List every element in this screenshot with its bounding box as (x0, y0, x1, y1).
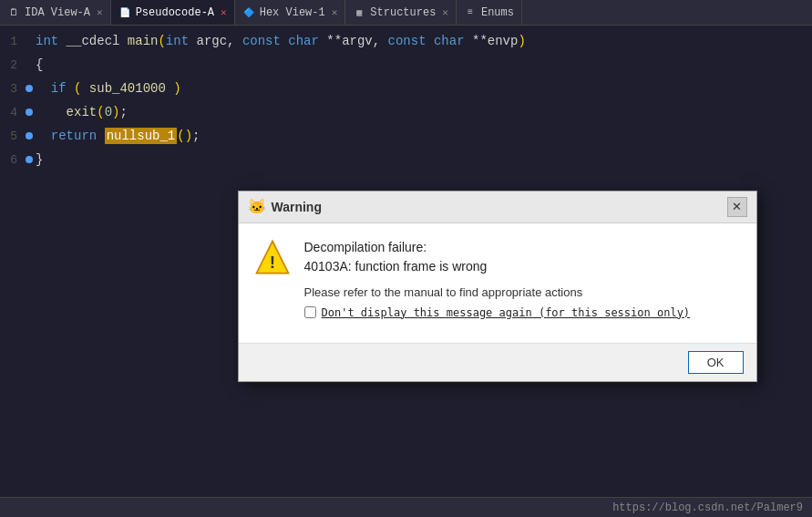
code-content-5: return nullsub_1(); (36, 129, 812, 143)
dialog-message: Decompilation failure: 40103A: function … (304, 238, 742, 319)
code-content-6: } (36, 152, 812, 167)
tab-enums-label: Enums (481, 6, 514, 19)
line-num-2: 2 (0, 58, 23, 72)
tab-ida-view[interactable]: 🗒 IDA View-A ✕ (0, 0, 111, 25)
tab-pseudocode-label: Pseudocode-A (136, 6, 214, 19)
code-content-4: exit(0); (36, 105, 812, 119)
tab-structures-close[interactable]: ✕ (442, 6, 448, 18)
line-num-5: 5 (0, 129, 23, 143)
code-line-6: 6 } (0, 148, 812, 171)
tab-ida-view-close[interactable]: ✕ (97, 6, 103, 18)
dialog-main-content: ! Decompilation failure: 40103A: functio… (253, 238, 742, 319)
dialog-title-icon: 🐱 (248, 198, 266, 215)
dialog-title-text: Warning (272, 200, 322, 214)
warning-triangle-icon: ! (253, 238, 292, 276)
dialog-msg-line2: 40103A: function frame is wrong (304, 259, 488, 274)
dialog-message-secondary: Please refer to the manual to find appro… (304, 285, 742, 299)
code-content-3: if ( sub_401000 ) (36, 81, 812, 96)
line-num-6: 6 (0, 153, 23, 167)
tab-structures-label: Structures (370, 6, 436, 19)
tab-bar: 🗒 IDA View-A ✕ 📄 Pseudocode-A ✕ 🔷 Hex Vi… (0, 0, 812, 26)
ida-view-icon: 🗒 (7, 6, 20, 19)
code-line-2: 2 { (0, 53, 812, 77)
code-line-5: 5 return nullsub_1(); (0, 124, 812, 148)
line-dot-5 (23, 129, 36, 143)
code-content-2: { (36, 57, 812, 72)
code-line-3: 3 if ( sub_401000 ) (0, 77, 812, 100)
code-line-4: 4 exit(0); (0, 100, 812, 124)
enums-icon: ≡ (464, 6, 477, 19)
dialog-title-left: 🐱 Warning (248, 198, 322, 215)
dialog-titlebar: 🐱 Warning ✕ (239, 191, 756, 223)
hex-view-icon: 🔷 (242, 6, 255, 19)
code-line-1: 1 int __cdecl main(int argc, const char … (0, 29, 812, 53)
line-num-3: 3 (0, 82, 23, 96)
structures-icon: ▦ (353, 6, 365, 19)
tab-pseudocode-close[interactable]: ✕ (221, 6, 227, 18)
line-dot-6 (23, 152, 36, 167)
tab-hex-view-close[interactable]: ✕ (332, 6, 338, 18)
line-num-4: 4 (0, 106, 23, 119)
pseudocode-icon: 📄 (118, 6, 131, 19)
no-show-label[interactable]: Don't display this message again (for th… (322, 306, 691, 319)
code-content-1: int __cdecl main(int argc, const char **… (36, 34, 812, 48)
tab-enums[interactable]: ≡ Enums (457, 0, 522, 25)
warning-dialog: 🐱 Warning ✕ ! Decompilation failure: 401… (238, 191, 757, 382)
tab-pseudocode[interactable]: 📄 Pseudocode-A ✕ (111, 0, 235, 25)
checkbox-row: Don't display this message again (for th… (304, 306, 742, 319)
dialog-close-button[interactable]: ✕ (727, 197, 747, 217)
dialog-footer: OK (239, 343, 756, 381)
line-dot-4 (23, 105, 36, 119)
dialog-message-primary: Decompilation failure: 40103A: function … (304, 238, 742, 276)
dialog-body: ! Decompilation failure: 40103A: functio… (239, 223, 756, 343)
status-url: https://blog.csdn.net/Palmer9 (612, 501, 803, 514)
line-num-1: 1 (0, 35, 23, 48)
tab-hex-view-label: Hex View-1 (260, 6, 325, 19)
tab-ida-view-label: IDA View-A (25, 6, 90, 19)
dialog-close-icon: ✕ (732, 200, 742, 213)
dialog-msg-line1: Decompilation failure: (304, 240, 427, 254)
status-bar: https://blog.csdn.net/Palmer9 (0, 497, 812, 517)
svg-text:!: ! (269, 253, 274, 272)
line-dot-3 (23, 81, 36, 96)
tab-hex-view[interactable]: 🔷 Hex View-1 ✕ (235, 0, 346, 25)
ok-button[interactable]: OK (688, 351, 744, 374)
no-show-checkbox[interactable] (304, 306, 316, 318)
tab-structures[interactable]: ▦ Structures ✕ (345, 0, 457, 25)
